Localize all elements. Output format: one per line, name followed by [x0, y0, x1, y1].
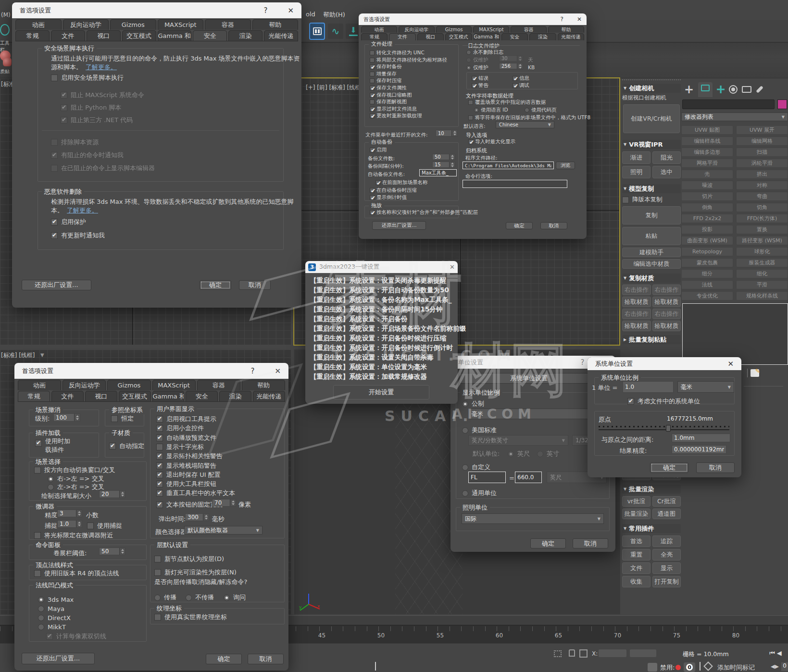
plugin-button[interactable]: 首选: [622, 535, 650, 547]
modifier-button[interactable]: FFD(长方体): [736, 214, 788, 223]
rollup-field[interactable]: 50: [99, 548, 125, 555]
plugin-button[interactable]: 文件: [622, 562, 650, 574]
curve-editor-icon[interactable]: ∿: [328, 24, 343, 39]
log-never-radio[interactable]: 永不删除日志: [466, 49, 503, 56]
pref-tab[interactable]: Gizmos: [436, 26, 472, 33]
submtl-auto-checkbox[interactable]: 自动指定: [109, 442, 144, 450]
file-checkbox-row[interactable]: 保存图解视图: [370, 99, 407, 105]
close-button[interactable]: ✕: [288, 6, 294, 15]
autobackup-checkbox-row[interactable]: 显示倒计时值: [370, 194, 407, 201]
file-checkbox-row[interactable]: 保存文件属性: [370, 85, 407, 91]
color-picker-dropdown[interactable]: 默认颜色拾取器: [184, 526, 263, 535]
ui-checkbox-row[interactable]: 退出时保存 UI 配置: [156, 471, 221, 479]
pref-tab[interactable]: 动画: [361, 26, 397, 33]
viewport-bl-label[interactable]: [标准] [线框]: [1, 351, 35, 360]
custom-value-field[interactable]: 660.0: [515, 472, 542, 483]
material-slot-button[interactable]: 右击操作: [652, 285, 681, 295]
new-light-layer-checkbox[interactable]: 新灯光可渲染性为按层(N): [154, 568, 237, 577]
material-slot-button[interactable]: 右击操作: [622, 309, 651, 319]
tab-modify-icon[interactable]: [698, 82, 713, 97]
batch-render-button[interactable]: Cr批渲: [652, 496, 681, 507]
backup-interval-field[interactable]: 15: [432, 162, 455, 168]
backup-name-field[interactable]: Max工具条_: [419, 169, 457, 176]
pref-tab[interactable]: 安全: [501, 33, 528, 40]
modifier-button[interactable]: 球形化: [736, 247, 788, 256]
pref-tab[interactable]: 常规: [15, 30, 50, 41]
us-dropdown[interactable]: 英尺/分数英寸: [468, 435, 568, 446]
rollout-model-copy[interactable]: 模型复制: [622, 184, 681, 193]
bump-mode-radio[interactable]: MikkT: [38, 623, 66, 631]
new-node-layer-checkbox[interactable]: 新节点默认为按层(D): [154, 555, 224, 563]
bump-mode-radio[interactable]: DirectX: [38, 614, 71, 622]
ui-checkbox-row[interactable]: 显示堆栈塌陷警告: [156, 461, 216, 470]
ipr-button[interactable]: 照明: [622, 166, 650, 178]
pref-tab[interactable]: Gizmos: [107, 380, 150, 390]
pref-tab[interactable]: 反向运动学: [63, 380, 106, 390]
per-pixel-checkbox[interactable]: 计算每像素双切线: [46, 632, 106, 641]
coords-icon[interactable]: [579, 649, 588, 658]
malware-checkbox-row[interactable]: 有更新时通知我: [51, 231, 105, 240]
log-error-checkbox[interactable]: 错误: [472, 75, 488, 82]
dragdrop-checkbox[interactable]: 按名称和父项针对“合并”和“外部参照”匹配层: [370, 209, 478, 216]
pref-tab[interactable]: Gamma 和 LUT: [152, 391, 185, 402]
cube-icon[interactable]: [703, 661, 713, 671]
plugin-button[interactable]: 全亮: [652, 549, 681, 560]
override-lang-checkbox[interactable]: 覆盖场景文件中指定的语言数据: [468, 99, 546, 106]
security-checkbox-row[interactable]: 阻止 MAXScript 系统命令: [61, 91, 144, 100]
pref-tab[interactable]: 安全: [186, 391, 218, 402]
use-codepage-radio[interactable]: 使用代码页: [525, 107, 557, 113]
modifier-button[interactable]: 倒角: [681, 203, 733, 212]
pref-tab[interactable]: MAXScript: [158, 19, 204, 30]
modifier-button[interactable]: UVW 贴图: [681, 125, 733, 135]
file-checkbox-row[interactable]: 保存时备份: [370, 63, 402, 70]
pref-tab[interactable]: 渲染: [219, 391, 251, 402]
security-checkbox-row[interactable]: 有阻止的命令时通知我: [51, 151, 124, 160]
ui-checkbox-row[interactable]: 使用大工具栏按钮: [156, 480, 216, 488]
help-button[interactable]: ?: [250, 367, 254, 375]
material-slot-button[interactable]: 拾取材质: [652, 321, 681, 331]
reset-button[interactable]: 还原出厂设置...: [22, 280, 91, 290]
modifier-button[interactable]: 切片: [681, 192, 733, 201]
auto-window-crossing[interactable]: 按方向自动切换窗口/交叉: [34, 466, 115, 474]
snap-field[interactable]: 1.0: [57, 520, 82, 528]
help-button[interactable]: ?: [263, 6, 267, 15]
edit-sel-material-button[interactable]: 编辑选中材质: [622, 259, 681, 269]
inch-radio[interactable]: 英寸: [537, 449, 559, 458]
pref-tab[interactable]: 文件: [51, 391, 84, 402]
security-checkbox-row[interactable]: 排除脚本资源: [51, 138, 99, 147]
modifier-button[interactable]: 曲面变形 (WSM): [681, 236, 733, 245]
propagate-radio[interactable]: 传播: [154, 593, 176, 602]
help-button[interactable]: ?: [580, 358, 584, 367]
pref-tab[interactable]: 帮助: [252, 19, 299, 30]
security-checkbox-row[interactable]: 在已阻止的命令上显示脚本编辑器: [51, 164, 155, 173]
add-time-marker[interactable]: 添加时间标记: [717, 663, 755, 672]
learn-more-link[interactable]: 了解更多。: [86, 63, 117, 72]
modifier-button[interactable]: 编辑网格: [736, 137, 788, 146]
archive-path-field[interactable]: C:\Program Files\Autodesk\3ds Max 2023\m: [463, 162, 554, 169]
modifier-button[interactable]: 壳: [681, 170, 733, 179]
shield-icon[interactable]: [648, 663, 657, 672]
material-slot-button[interactable]: 拾取材质: [652, 297, 681, 307]
modifier-button[interactable]: 挤出: [736, 170, 788, 179]
cancel-button[interactable]: 取消: [248, 654, 284, 664]
learn-more-link[interactable]: 了解更多。: [67, 206, 98, 215]
pref-tab[interactable]: 常规: [18, 391, 50, 402]
unit-name-dropdown[interactable]: 毫米: [677, 381, 734, 393]
modifier-button[interactable]: 法线: [681, 280, 733, 289]
tab-hierarchy-icon[interactable]: [717, 86, 725, 93]
recent-files-field[interactable]: 10: [436, 130, 458, 137]
feet-radio[interactable]: 英尺: [508, 449, 530, 458]
log-debug-checkbox[interactable]: 调试: [513, 82, 529, 89]
plugin-button[interactable]: 打开复制: [652, 576, 681, 587]
ok-button[interactable]: 确定: [650, 462, 688, 473]
pref-tab[interactable]: 文件: [51, 30, 85, 41]
pref-tab[interactable]: Gamma 和 LUT: [158, 30, 192, 41]
modifier-button[interactable]: 规格化样条线: [736, 291, 788, 300]
batch-render-button[interactable]: vr批渲: [622, 496, 650, 507]
modifier-button[interactable]: 平滑: [736, 280, 788, 289]
modifier-button[interactable]: UVW 展开: [736, 125, 788, 135]
us-radio[interactable]: 美国标准: [462, 426, 497, 435]
pref-tab[interactable]: 动画: [18, 380, 61, 390]
modifier-button[interactable]: 置换: [736, 225, 788, 234]
ok-button[interactable]: 确定: [530, 538, 566, 548]
